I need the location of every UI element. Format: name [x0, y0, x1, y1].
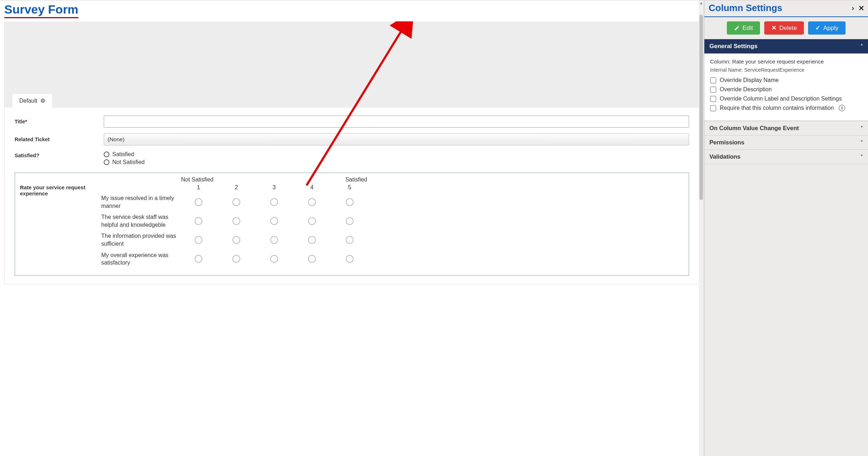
satisfied-radio-group: Satisfied Not Satisfied [104, 151, 689, 167]
on-change-label: On Column Value Change Event [709, 125, 799, 132]
internal-name-label: Internal Name: [710, 67, 743, 73]
likert-radio[interactable] [195, 255, 202, 263]
likert-radio[interactable] [270, 255, 278, 263]
chk-override-column-label[interactable]: Override Column Label and Description Se… [710, 96, 862, 102]
main-pane: Survey Form Default ⚙ Title* Related Tic… [0, 0, 704, 456]
likert-radio[interactable] [270, 236, 278, 244]
chevron-down-icon: ˅ [861, 140, 863, 145]
general-settings-body: Column: Rate your service request experi… [704, 53, 868, 121]
edit-button[interactable]: Edit [727, 21, 760, 35]
general-settings-title: General Settings [709, 43, 757, 50]
chk-override-column-label-text: Override Column Label and Description Se… [720, 96, 842, 102]
likert-num-5: 5 [331, 184, 369, 191]
likert-radio[interactable] [308, 198, 316, 206]
scroll-thumb[interactable] [699, 15, 703, 200]
checkbox-icon [710, 87, 716, 93]
chk-override-display-name[interactable]: Override Display Name [710, 77, 862, 83]
likert-radio[interactable] [308, 236, 316, 244]
radio-icon [104, 159, 109, 165]
apply-button[interactable]: ✓ Apply [808, 21, 846, 35]
related-ticket-value: (None) [108, 136, 124, 143]
likert-q2: The service desk staff was helpful and k… [101, 213, 180, 229]
radio-not-satisfied[interactable]: Not Satisfied [104, 159, 689, 165]
likert-q1: My issue resolved in a timely manner [101, 194, 180, 210]
likert-scale-left: Not Satisfied [181, 176, 214, 183]
likert-radio[interactable] [270, 217, 278, 225]
scroll-up-icon[interactable]: ▲ [699, 0, 704, 5]
likert-radio[interactable] [232, 217, 240, 225]
required-asterisk: * [25, 119, 27, 124]
likert-radio[interactable] [346, 255, 354, 263]
related-ticket-lookup[interactable]: (None) [104, 133, 689, 145]
close-icon[interactable]: ✕ [858, 4, 864, 12]
column-label: Column: [710, 58, 731, 65]
chevron-down-icon: ˅ [861, 154, 863, 160]
title-label: Title* [15, 119, 104, 124]
delete-button[interactable]: ✕ Delete [764, 21, 804, 35]
likert-radio[interactable] [346, 217, 354, 225]
likert-num-1: 1 [180, 184, 217, 191]
side-header: Column Settings › ✕ [704, 0, 868, 17]
likert-radio[interactable] [232, 198, 240, 206]
info-icon[interactable]: i [839, 105, 845, 111]
likert-radio[interactable] [308, 217, 316, 225]
permissions-section[interactable]: Permissions ˅ [704, 135, 868, 149]
side-title: Column Settings [709, 2, 852, 14]
likert-radio[interactable] [270, 198, 278, 206]
chevron-up-icon: ˄ [861, 43, 863, 49]
chk-require-info-label: Require that this column contains inform… [720, 105, 834, 111]
general-settings-header[interactable]: General Settings ˄ [704, 39, 868, 53]
validations-section[interactable]: Validations ˅ [704, 149, 868, 164]
likert-q4: My overall experience was satisfactory [101, 251, 180, 267]
likert-num-2: 2 [217, 184, 255, 191]
radio-icon [104, 152, 109, 157]
apply-button-label: Apply [823, 25, 838, 32]
gear-icon[interactable]: ⚙ [40, 97, 45, 104]
chevron-down-icon: ˅ [861, 125, 863, 131]
likert-radio[interactable] [346, 236, 354, 244]
likert-num-3: 3 [255, 184, 293, 191]
checkbox-icon [710, 77, 716, 83]
likert-row-2: The service desk staff was helpful and k… [101, 213, 685, 229]
permissions-label: Permissions [709, 139, 744, 146]
checkbox-icon [710, 105, 716, 111]
likert-table: Not Satisfied Satisfied 1 2 3 4 5 [101, 176, 685, 270]
chk-override-display-name-label: Override Display Name [720, 77, 779, 83]
likert-radio[interactable] [308, 255, 316, 263]
tab-default[interactable]: Default ⚙ [12, 93, 53, 108]
likert-radio[interactable] [232, 236, 240, 244]
chk-override-description[interactable]: Override Description [710, 86, 862, 93]
title-input[interactable] [104, 116, 689, 128]
form-wrapper: Default ⚙ Title* Related Ticket (None) [4, 22, 699, 285]
validations-label: Validations [709, 153, 740, 160]
radio-not-satisfied-label: Not Satisfied [112, 159, 145, 165]
likert-radio[interactable] [346, 198, 354, 206]
likert-radio[interactable] [195, 217, 202, 225]
column-value: Rate your service request experience [732, 58, 824, 65]
chk-override-description-label: Override Description [720, 86, 772, 93]
likert-radio[interactable] [195, 236, 202, 244]
internal-name-value: ServiceRequestExperience [744, 67, 805, 73]
checkbox-icon [710, 96, 716, 102]
likert-section[interactable]: Rate your service request experience Not… [15, 173, 689, 276]
button-row: Edit ✕ Delete ✓ Apply [704, 17, 868, 39]
general-settings-section: General Settings ˄ Column: Rate your ser… [704, 39, 868, 121]
related-ticket-label: Related Ticket [15, 137, 104, 142]
x-icon: ✕ [771, 24, 776, 32]
radio-satisfied[interactable]: Satisfied [104, 151, 689, 158]
edit-button-label: Edit [743, 25, 753, 32]
next-icon[interactable]: › [852, 4, 854, 12]
row-related-ticket: Related Ticket (None) [15, 133, 689, 145]
row-satisfied: Satisfied? Satisfied Not Satisfied [15, 151, 689, 167]
on-change-section[interactable]: On Column Value Change Event ˅ [704, 121, 868, 135]
likert-radio[interactable] [232, 255, 240, 263]
form-body: Title* Related Ticket (None) Satisfied? [5, 108, 699, 284]
likert-scale-right: Satisfied [345, 176, 367, 183]
main-scrollbar[interactable]: ▲ [699, 0, 704, 456]
check-icon: ✓ [815, 24, 820, 32]
form-placeholder [5, 22, 699, 93]
likert-field-label: Rate your service request experience [19, 176, 101, 270]
likert-radio[interactable] [195, 198, 202, 206]
likert-num-4: 4 [293, 184, 331, 191]
chk-require-info[interactable]: Require that this column contains inform… [710, 105, 862, 111]
